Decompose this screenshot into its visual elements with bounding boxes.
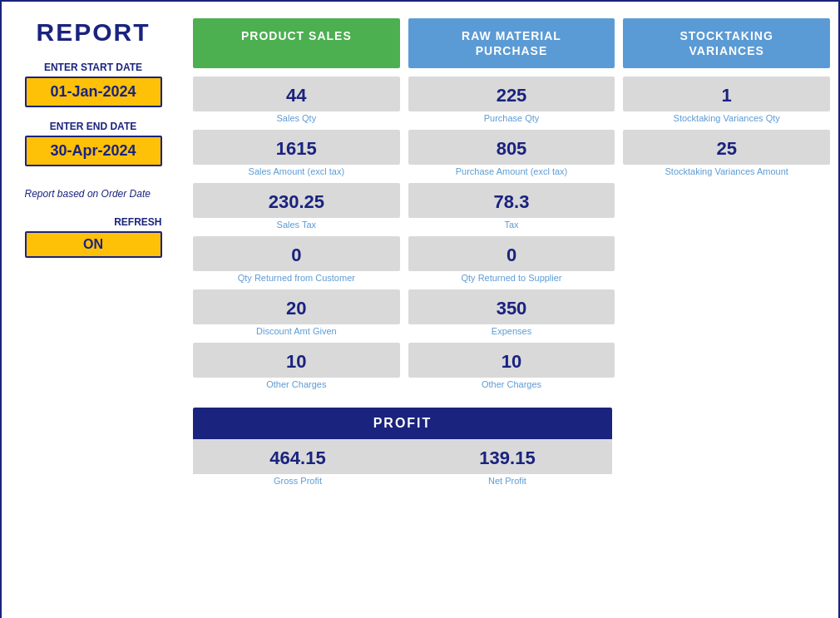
cell-stocktaking-other-empty	[623, 343, 830, 394]
column-header-stocktaking: STOCKTAKINGVARIANCES	[623, 18, 830, 68]
column-headers: PRODUCT SALES RAW MATERIALPURCHASE STOCK…	[193, 18, 830, 68]
stocktaking-amount-label: Stocktaking Variances Amount	[623, 166, 830, 176]
sales-amount-label: Sales Amount (excl tax)	[193, 166, 400, 176]
cell-qty-returned-customer: 0 Qty Returned from Customer	[193, 236, 400, 288]
profit-cell-net: 139.15 Net Profit	[403, 439, 612, 486]
data-rows: 44 Sales Qty 225 Purchase Qty 1 Stocktak…	[193, 77, 830, 396]
cell-stocktaking-tax-empty	[623, 183, 830, 235]
left-panel: REPORT ENTER START DATE 01-Jan-2024 ENTE…	[10, 10, 185, 611]
cell-sales-qty: 44 Sales Qty	[193, 77, 400, 128]
purchase-amount-label: Purchase Amount (excl tax)	[408, 166, 615, 176]
row-qty: 44 Sales Qty 225 Purchase Qty 1 Stocktak…	[193, 77, 830, 128]
end-date-label: ENTER END DATE	[50, 121, 136, 132]
gross-profit-label: Gross Profit	[193, 476, 403, 486]
sales-qty-value: 44	[193, 77, 400, 111]
stocktaking-amount-value: 25	[623, 130, 830, 165]
row-qty-returned: 0 Qty Returned from Customer 0 Qty Retur…	[193, 236, 830, 288]
qty-returned-customer-value: 0	[193, 236, 400, 271]
purchase-amount-value: 805	[408, 130, 615, 165]
sales-tax-value: 230.25	[193, 183, 400, 218]
report-note: Report based on Order Date	[25, 188, 162, 200]
cell-stocktaking-qty: 1 Stocktaking Variances Qty	[623, 77, 830, 128]
stocktaking-qty-label: Stocktaking Variances Qty	[623, 113, 830, 123]
profit-empty-col	[620, 408, 830, 486]
purchase-qty-value: 225	[408, 77, 615, 111]
qty-returned-customer-label: Qty Returned from Customer	[193, 273, 400, 283]
sales-amount-value: 1615	[193, 130, 400, 165]
cell-stocktaking-discount-empty	[623, 289, 830, 341]
refresh-toggle[interactable]: ON	[25, 231, 162, 258]
cell-other-charges-purchase: 10 Other Charges	[408, 343, 615, 394]
cell-purchase-qty: 225 Purchase Qty	[408, 77, 615, 128]
profit-section: PROFIT 464.15 Gross Profit 139.15 Net Pr…	[193, 408, 830, 486]
cell-purchase-amount: 805 Purchase Amount (excl tax)	[408, 130, 615, 181]
refresh-label: REFRESH	[25, 216, 162, 228]
qty-returned-supplier-value: 0	[408, 236, 615, 271]
cell-stocktaking-returned-empty	[623, 236, 830, 288]
gross-profit-value: 464.15	[193, 439, 403, 474]
purchase-tax-label: Tax	[408, 220, 615, 230]
cell-stocktaking-amount: 25 Stocktaking Variances Amount	[623, 130, 830, 181]
expenses-value: 350	[408, 289, 615, 324]
profit-header: PROFIT	[193, 408, 612, 439]
expenses-label: Expenses	[408, 326, 615, 336]
start-date-value[interactable]: 01-Jan-2024	[25, 77, 162, 107]
stocktaking-qty-value: 1	[623, 77, 830, 111]
column-header-product-sales: PRODUCT SALES	[193, 18, 400, 68]
cell-expenses: 350 Expenses	[408, 289, 615, 341]
main-area: PRODUCT SALES RAW MATERIALPURCHASE STOCK…	[185, 10, 830, 611]
cell-discount: 20 Discount Amt Given	[193, 289, 400, 341]
row-discount-expenses: 20 Discount Amt Given 350 Expenses	[193, 289, 830, 341]
discount-label: Discount Amt Given	[193, 326, 400, 336]
qty-returned-supplier-label: Qty Returned to Supplier	[408, 273, 615, 283]
row-amount: 1615 Sales Amount (excl tax) 805 Purchas…	[193, 130, 830, 181]
net-profit-value: 139.15	[403, 439, 612, 474]
cell-purchase-tax: 78.3 Tax	[408, 183, 615, 235]
column-header-raw-material: RAW MATERIALPURCHASE	[408, 18, 615, 68]
net-profit-label: Net Profit	[403, 476, 612, 486]
other-charges-sales-value: 10	[193, 343, 400, 378]
other-charges-purchase-value: 10	[408, 343, 615, 378]
other-charges-purchase-label: Other Charges	[408, 379, 615, 389]
other-charges-sales-label: Other Charges	[193, 379, 400, 389]
profit-cell-gross: 464.15 Gross Profit	[193, 439, 403, 486]
cell-qty-returned-supplier: 0 Qty Returned to Supplier	[408, 236, 615, 288]
sales-tax-label: Sales Tax	[193, 220, 400, 230]
start-date-label: ENTER START DATE	[44, 62, 142, 73]
row-other-charges: 10 Other Charges 10 Other Charges	[193, 343, 830, 394]
end-date-value[interactable]: 30-Apr-2024	[25, 136, 162, 166]
cell-sales-amount: 1615 Sales Amount (excl tax)	[193, 130, 400, 181]
sales-qty-label: Sales Qty	[193, 113, 400, 123]
profit-row: 464.15 Gross Profit 139.15 Net Profit	[193, 439, 612, 486]
purchase-tax-value: 78.3	[408, 183, 615, 218]
row-tax: 230.25 Sales Tax 78.3 Tax	[193, 183, 830, 235]
cell-sales-tax: 230.25 Sales Tax	[193, 183, 400, 235]
report-title: REPORT	[36, 18, 150, 47]
purchase-qty-label: Purchase Qty	[408, 113, 615, 123]
cell-other-charges-sales: 10 Other Charges	[193, 343, 400, 394]
discount-value: 20	[193, 289, 400, 324]
